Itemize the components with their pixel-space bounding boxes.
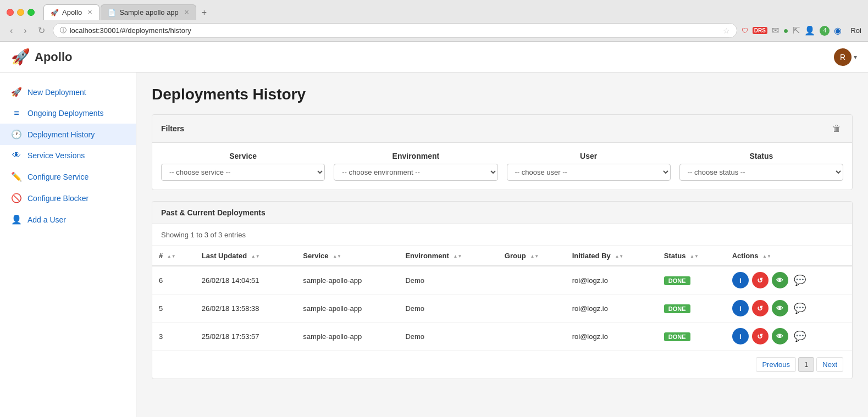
avatar-initial: R — [840, 53, 845, 62]
filters-panel-header: Filters 🗑 — [152, 115, 852, 143]
col-header-environment: Environment ▲▼ — [399, 246, 497, 266]
filter-service-select[interactable]: -- choose service -- — [161, 164, 325, 181]
filter-environment-label: Environment — [334, 152, 497, 160]
filters-grid: Service -- choose service -- Environment… — [161, 152, 843, 181]
sidebar-label-service-versions: Service Versions — [27, 151, 85, 160]
pagination-next[interactable]: Next — [816, 357, 843, 372]
user-menu-trigger[interactable]: R ▾ — [834, 48, 857, 66]
browser-back-button[interactable]: ‹ — [7, 25, 16, 37]
sort-icon-environment[interactable]: ▲▼ — [453, 254, 462, 259]
deployments-panel-header: Past & Current Deployments — [152, 202, 852, 224]
cell-group-2 — [498, 323, 566, 351]
sort-icon-service[interactable]: ▲▼ — [333, 254, 341, 259]
sort-icon-actions[interactable]: ▲▼ — [762, 254, 771, 259]
cell-service-2: sample-apollo-app — [296, 323, 399, 351]
cell-actions-0: i ↺ 👁 💬 — [726, 266, 852, 294]
maximize-window-dot[interactable] — [27, 9, 35, 16]
cell-environment-0: Demo — [399, 266, 497, 294]
cell-group-1 — [498, 294, 566, 323]
clear-filters-button[interactable]: 🗑 — [830, 121, 843, 136]
sidebar-item-service-versions[interactable]: 👁 Service Versions — [0, 145, 136, 166]
info-button-2[interactable]: i — [732, 328, 749, 344]
retry-button-2[interactable]: ↺ — [752, 328, 769, 344]
col-header-group: Group ▲▼ — [498, 246, 566, 266]
sidebar-item-configure-blocker[interactable]: 🚫 Configure Blocker — [0, 187, 136, 209]
cell-last-updated-2: 25/02/18 17:53:57 — [195, 323, 297, 351]
sidebar-item-add-user[interactable]: 👤 Add a User — [0, 209, 136, 230]
comment-button-2[interactable]: 💬 — [792, 328, 808, 344]
comment-button-0[interactable]: 💬 — [792, 272, 808, 288]
list-icon: ≡ — [11, 108, 22, 118]
cell-last-updated-1: 26/02/18 13:58:38 — [195, 294, 297, 323]
view-button-1[interactable]: 👁 — [772, 300, 788, 316]
filter-user-select[interactable]: -- choose user -- — [507, 164, 671, 181]
sort-icon-initiated-by[interactable]: ▲▼ — [615, 254, 623, 259]
minimize-window-dot[interactable] — [17, 9, 24, 16]
table-info: Showing 1 to 3 of 3 entries — [152, 224, 852, 246]
cell-initiated-by-0: roi@logz.io — [566, 266, 657, 294]
browser-tab-sample[interactable]: 📄 Sample apollo app ✕ — [101, 4, 196, 20]
browser-window-controls — [7, 9, 35, 16]
filters-panel: Filters 🗑 Service -- choose service -- E… — [152, 114, 853, 190]
browser-tab-apollo[interactable]: 🚀 Apollo ✕ — [43, 4, 99, 20]
pagination-page-1[interactable]: 1 — [798, 357, 814, 372]
deployments-section-title: Past & Current Deployments — [161, 208, 266, 217]
deployments-table-body: 6 26/02/18 14:04:51 sample-apollo-app De… — [152, 266, 852, 351]
filter-status-select[interactable]: -- choose status -- — [679, 164, 843, 181]
cell-service-0: sample-apollo-app — [296, 266, 399, 294]
close-window-dot[interactable] — [7, 9, 14, 16]
browser-address-bar[interactable]: ⓘ ☆ — [53, 23, 737, 38]
address-input[interactable] — [70, 26, 720, 35]
cell-status-2: DONE — [657, 323, 726, 351]
retry-button-1[interactable]: ↺ — [752, 300, 769, 316]
view-button-0[interactable]: 👁 — [772, 272, 788, 288]
browser-title-bar: 🚀 Apollo ✕ 📄 Sample apollo app ✕ + — [0, 0, 868, 20]
extension-icon-6: 👤 — [804, 25, 815, 36]
table-row: 5 26/02/18 13:58:38 sample-apollo-app De… — [152, 294, 852, 323]
pagination-previous[interactable]: Previous — [756, 357, 796, 372]
cell-last-updated-0: 26/02/18 14:04:51 — [195, 266, 297, 294]
status-badge-0: DONE — [664, 276, 690, 285]
pagination: Previous 1 Next — [152, 351, 852, 379]
info-button-1[interactable]: i — [732, 300, 749, 316]
sort-icon-last-updated[interactable]: ▲▼ — [251, 254, 260, 259]
sidebar-item-deployment-history[interactable]: 🕐 Deployment History — [0, 124, 136, 145]
browser-forward-button[interactable]: › — [20, 25, 30, 37]
sidebar-item-new-deployment[interactable]: 🚀 New Deployment — [0, 81, 136, 103]
eye-icon: 👁 — [11, 151, 22, 160]
filter-service: Service -- choose service -- — [161, 152, 325, 181]
cell-environment-2: Demo — [399, 323, 497, 351]
filter-user-label: User — [507, 152, 671, 160]
cell-status-1: DONE — [657, 294, 726, 323]
sort-icon-status[interactable]: ▲▼ — [690, 254, 699, 259]
info-button-0[interactable]: i — [732, 272, 749, 288]
filter-status-label: Status — [679, 152, 843, 160]
filters-body: Service -- choose service -- Environment… — [152, 143, 852, 190]
sidebar-label-ongoing-deployments: Ongoing Deployments — [27, 109, 104, 118]
view-button-2[interactable]: 👁 — [772, 328, 788, 344]
cell-id-1: 5 — [152, 294, 195, 323]
new-tab-button[interactable]: + — [197, 5, 211, 20]
extension-icon-1: 🛡 — [742, 27, 748, 35]
action-buttons-0: i ↺ 👁 💬 — [732, 272, 845, 288]
cell-group-0 — [498, 266, 566, 294]
sidebar-item-ongoing-deployments[interactable]: ≡ Ongoing Deployments — [0, 103, 136, 124]
browser-reload-button[interactable]: ↻ — [35, 24, 48, 37]
comment-button-1[interactable]: 💬 — [792, 300, 808, 316]
filter-environment-select[interactable]: -- choose environment -- — [334, 164, 497, 181]
cell-initiated-by-1: roi@logz.io — [566, 294, 657, 323]
retry-button-0[interactable]: ↺ — [752, 272, 769, 288]
tab-close-apollo[interactable]: ✕ — [87, 9, 92, 16]
app-logo[interactable]: 🚀 Apollo — [11, 48, 72, 66]
extension-icon-8: ◉ — [834, 25, 842, 36]
filter-service-label: Service — [161, 152, 325, 160]
tab-close-sample[interactable]: ✕ — [184, 9, 189, 16]
sort-icon-id[interactable]: ▲▼ — [167, 254, 176, 259]
filters-title: Filters — [161, 124, 184, 133]
sidebar-label-configure-blocker: Configure Blocker — [27, 194, 89, 203]
col-header-last-updated: Last Updated ▲▼ — [195, 246, 297, 266]
col-header-id: # ▲▼ — [152, 246, 195, 266]
col-header-initiated-by: Initiated By ▲▼ — [566, 246, 657, 266]
sidebar-item-configure-service[interactable]: ✏️ Configure Service — [0, 166, 136, 187]
sort-icon-group[interactable]: ▲▼ — [530, 254, 539, 259]
